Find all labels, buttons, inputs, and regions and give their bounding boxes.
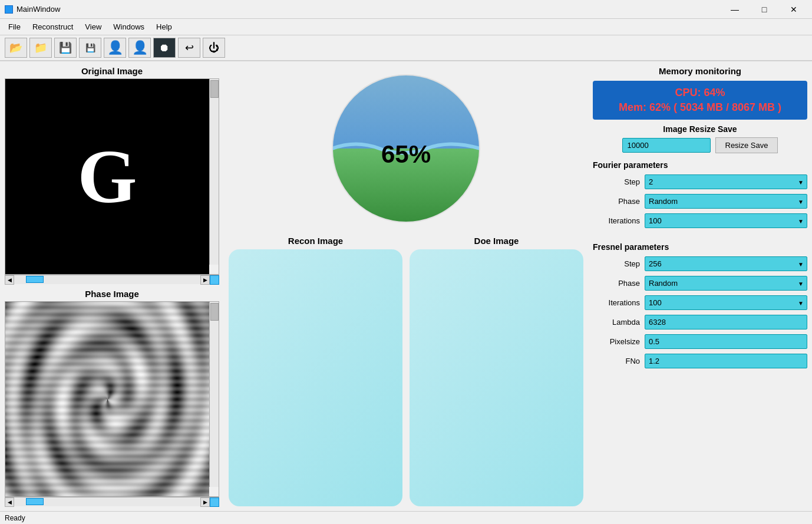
phase-scroll-corner	[210, 497, 219, 507]
phase-image-scroll[interactable]	[5, 301, 219, 497]
gauge-text: 65%	[381, 140, 431, 169]
menu-file[interactable]: File	[2, 20, 27, 34]
doe-image	[410, 249, 583, 506]
maximize-button[interactable]: □	[751, 1, 778, 18]
fresnel-phase-row: Phase Random Zero Custom	[593, 276, 807, 291]
gauge-container: 65%	[329, 72, 483, 225]
doe-title: Doe Image	[474, 236, 519, 246]
original-scrollbar-h-container: ◀ ▶	[5, 275, 219, 284]
menu-view[interactable]: View	[79, 20, 107, 34]
fourier-iterations-select[interactable]: 100 200 500	[645, 213, 807, 228]
scroll-right-btn[interactable]: ▶	[200, 275, 210, 285]
gauge-section: 65%	[229, 66, 583, 231]
fresnel-iterations-dropdown[interactable]: 100 200	[645, 295, 807, 310]
original-scroll-thumb-v[interactable]	[210, 80, 219, 98]
original-scrollbar-h[interactable]	[14, 275, 200, 284]
fresnel-step-dropdown[interactable]: 256 512	[645, 256, 807, 271]
scroll-left-btn[interactable]: ◀	[5, 275, 14, 285]
fourier-iterations-row: Iterations 100 200 500	[593, 213, 807, 228]
window-title: MainWindow	[16, 5, 721, 14]
fresnel-phase-dropdown[interactable]: Random Zero Custom	[645, 276, 807, 291]
minimize-button[interactable]: —	[721, 1, 748, 18]
phase-scroll-left-btn[interactable]: ◀	[5, 497, 14, 507]
bottom-center: Recon Image Doe Image	[229, 236, 583, 506]
recon-image	[229, 249, 402, 506]
fresnel-pixelsize-row: Pixelsize	[593, 334, 807, 349]
phase-scrollbar-v[interactable]	[209, 302, 219, 487]
menu-reconstruct[interactable]: Reconstruct	[27, 20, 79, 34]
left-panel: Original Image G ◀ ▶ Phase Image	[0, 61, 224, 511]
phase-scrollbar-h-container: ◀ ▶	[5, 497, 219, 506]
phase-canvas	[5, 302, 209, 497]
save-button[interactable]: 💾	[54, 38, 77, 58]
fourier-params: Fourier parameters Step 2 4 8 Phase Rand…	[593, 158, 807, 235]
fourier-step-select[interactable]: 2 4 8	[645, 174, 807, 189]
svg-rect-1	[332, 75, 480, 149]
record-button[interactable]: ⏺	[153, 38, 176, 58]
original-image-scroll[interactable]: G	[5, 78, 219, 275]
fresnel-phase-select[interactable]: Random Zero Custom	[645, 276, 807, 291]
phase-image-title: Phase Image	[5, 289, 219, 299]
person1-button[interactable]: 👤	[104, 38, 126, 58]
fourier-step-dropdown[interactable]: 2 4 8	[645, 174, 807, 189]
fresnel-step-select[interactable]: 256 512	[645, 256, 807, 271]
menu-windows[interactable]: Windows	[107, 20, 150, 34]
original-scroll-thumb-h[interactable]	[26, 276, 44, 283]
fresnel-phase-label: Phase	[593, 279, 640, 288]
memory-mem: Mem: 62% ( 5034 MB / 8067 MB )	[599, 101, 801, 114]
fourier-phase-select[interactable]: Random Zero Custom	[645, 194, 807, 209]
fourier-title: Fourier parameters	[593, 160, 807, 170]
menu-help[interactable]: Help	[150, 20, 178, 34]
resize-title: Image Resize Save	[663, 124, 737, 134]
fresnel-step-row: Step 256 512	[593, 256, 807, 271]
fourier-iterations-dropdown[interactable]: 100 200 500	[645, 213, 807, 228]
titlebar: MainWindow — □ ✕	[0, 0, 812, 19]
recon-title: Recon Image	[288, 236, 343, 246]
fresnel-step-label: Step	[593, 259, 640, 268]
fresnel-fno-label: FNo	[593, 357, 640, 365]
toolbar: 📂 📁 💾 💾 👤 👤 ⏺ ↩ ⏻	[0, 35, 812, 61]
phase-scroll-right-btn[interactable]: ▶	[200, 497, 210, 507]
resize-row: Resize Save	[622, 137, 778, 153]
center-panel: 65% Recon Image Doe Image	[224, 61, 588, 511]
phase-scroll-thumb-v[interactable]	[210, 303, 219, 321]
fresnel-iterations-row: Iterations 100 200	[593, 295, 807, 310]
fresnel-fno-input[interactable]	[645, 354, 807, 368]
memory-title: Memory monitoring	[593, 66, 807, 76]
right-panel: Memory monitoring CPU: 64% Mem: 62% ( 50…	[588, 61, 812, 511]
person2-button[interactable]: 👤	[128, 38, 151, 58]
scroll-corner	[210, 275, 219, 285]
resize-section: Image Resize Save Resize Save	[593, 124, 807, 153]
save-as-button[interactable]: 💾	[79, 38, 101, 58]
power-button[interactable]: ⏻	[203, 38, 225, 58]
resize-input[interactable]	[622, 138, 711, 153]
memory-cpu: CPU: 64%	[599, 87, 801, 99]
fourier-phase-dropdown[interactable]: Random Zero Custom	[645, 194, 807, 209]
app-icon	[5, 5, 13, 14]
undo-button[interactable]: ↩	[178, 38, 200, 58]
open-file-button[interactable]: 📁	[29, 38, 52, 58]
open-folder-button[interactable]: 📂	[5, 38, 27, 58]
fresnel-lambda-label: Lambda	[593, 318, 640, 327]
fresnel-iterations-select[interactable]: 100 200	[645, 295, 807, 310]
fresnel-params: Fresnel parameters Step 256 512 Phase Ra…	[593, 240, 807, 375]
fresnel-pixelsize-input[interactable]	[645, 334, 807, 349]
original-letter: G	[77, 138, 137, 215]
main-content: Original Image G ◀ ▶ Phase Image	[0, 61, 812, 511]
original-scrollbar-v[interactable]	[209, 79, 219, 265]
original-image-container: Original Image G ◀ ▶	[5, 66, 219, 284]
phase-scrollbar-h[interactable]	[14, 497, 200, 506]
fresnel-lambda-row: Lambda	[593, 315, 807, 329]
phase-scroll-thumb-h[interactable]	[26, 498, 44, 505]
statusbar: Ready	[0, 511, 812, 524]
original-image-title: Original Image	[5, 66, 219, 76]
close-button[interactable]: ✕	[780, 1, 807, 18]
menubar: File Reconstruct View Windows Help	[0, 19, 812, 35]
fresnel-fno-row: FNo	[593, 354, 807, 368]
fourier-phase-label: Phase	[593, 197, 640, 206]
fresnel-lambda-input[interactable]	[645, 315, 807, 329]
fourier-phase-row: Phase Random Zero Custom	[593, 194, 807, 209]
fresnel-title: Fresnel parameters	[593, 242, 807, 252]
resize-save-button[interactable]: Resize Save	[715, 137, 778, 153]
phase-image-container: Phase Image ◀ ▶	[5, 289, 219, 507]
